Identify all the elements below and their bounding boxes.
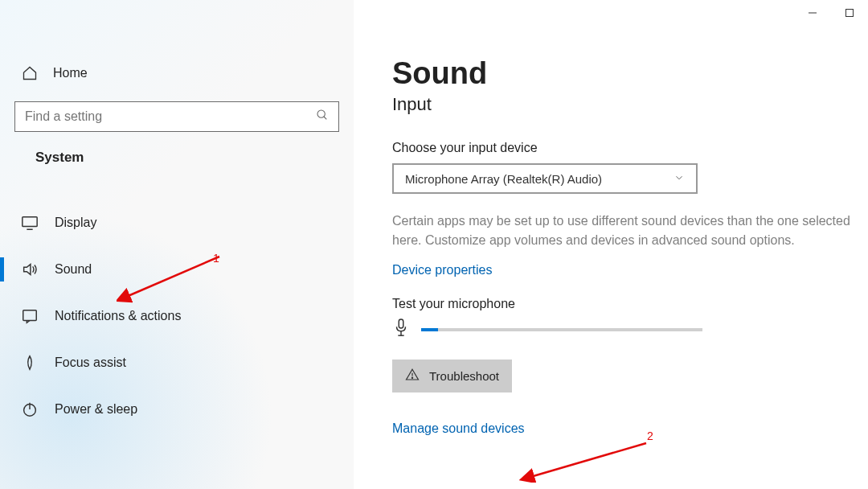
home-icon <box>21 64 39 82</box>
sidebar-item-display[interactable]: Display <box>0 199 354 246</box>
sidebar-item-label: Notifications & actions <box>55 309 181 323</box>
sidebar-item-focus-assist[interactable]: Focus assist <box>0 339 354 386</box>
sidebar-item-label: Focus assist <box>55 355 126 370</box>
test-mic-label: Test your microphone <box>392 297 868 311</box>
manage-sound-devices-link[interactable]: Manage sound devices <box>392 421 525 436</box>
search-box[interactable] <box>14 101 339 132</box>
choose-input-label: Choose your input device <box>392 141 868 155</box>
svg-point-13 <box>411 377 412 378</box>
sidebar-item-label: Display <box>55 216 96 230</box>
notifications-icon <box>21 307 39 325</box>
mic-level-bar <box>421 328 702 331</box>
page-subtitle: Input <box>392 94 868 115</box>
search-icon <box>316 109 329 125</box>
microphone-icon <box>392 318 410 342</box>
page-title: Sound <box>392 56 868 91</box>
mic-test-row <box>392 318 868 342</box>
svg-rect-4 <box>23 217 37 227</box>
home-nav[interactable]: Home <box>14 56 339 101</box>
sound-icon <box>21 261 39 278</box>
svg-point-2 <box>317 110 325 117</box>
focus-assist-icon <box>21 354 39 372</box>
power-icon <box>21 401 39 418</box>
svg-rect-9 <box>399 319 403 328</box>
sidebar-item-notifications[interactable]: Notifications & actions <box>0 293 354 339</box>
svg-rect-6 <box>23 310 37 321</box>
section-header: System <box>14 132 339 171</box>
device-properties-link[interactable]: Device properties <box>392 263 493 277</box>
display-icon <box>21 214 39 232</box>
troubleshoot-button[interactable]: Troubleshoot <box>392 360 512 392</box>
svg-line-3 <box>324 117 326 119</box>
sidebar-item-power[interactable]: Power & sleep <box>0 386 354 433</box>
main-content: Sound Input Choose your input device Mic… <box>354 0 868 489</box>
troubleshoot-label: Troubleshoot <box>429 369 499 383</box>
home-label: Home <box>53 66 88 80</box>
sidebar-item-label: Sound <box>55 262 92 277</box>
mic-level-fill <box>421 328 438 331</box>
sidebar-item-label: Power & sleep <box>55 402 137 417</box>
warning-icon <box>405 368 420 384</box>
chevron-down-icon <box>674 172 685 186</box>
input-description: Certain apps may be set up to use differ… <box>392 212 866 250</box>
input-device-select[interactable]: Microphone Array (Realtek(R) Audio) <box>392 163 698 194</box>
search-input[interactable] <box>25 109 316 124</box>
sidebar: Home System Display Sound <box>0 0 354 489</box>
sidebar-item-sound[interactable]: Sound <box>0 246 354 293</box>
selected-device-text: Microphone Array (Realtek(R) Audio) <box>405 172 602 186</box>
